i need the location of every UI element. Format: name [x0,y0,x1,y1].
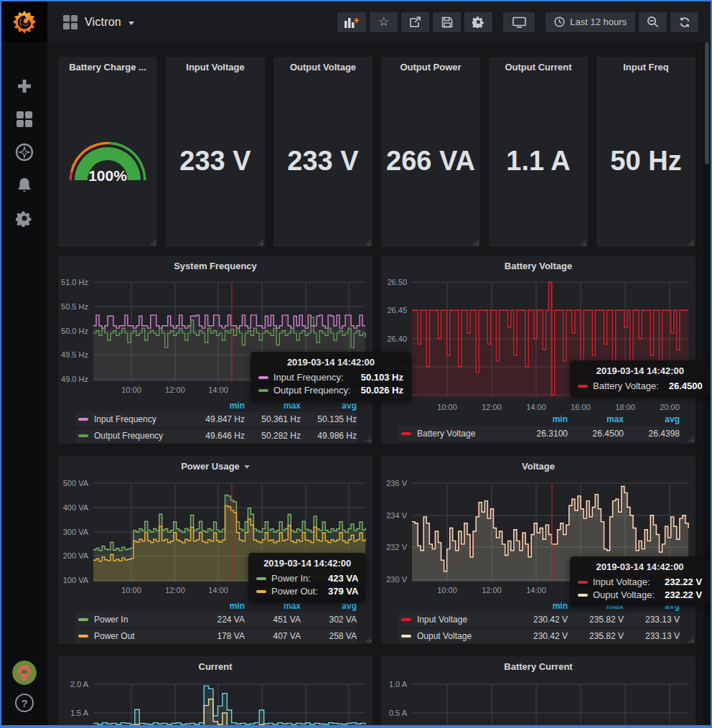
panel-title[interactable]: Output Current [489,62,588,73]
star-icon: ☆ [378,16,389,28]
avatar[interactable] [12,661,37,685]
legend-col-max[interactable]: max [245,401,301,411]
legend-value: 230.42 V [512,615,568,625]
panel-title[interactable]: Battery Voltage [381,261,695,271]
legend-row: Input Frequency49.847 Hz50.361 Hz50.135 … [75,412,357,426]
sidebar-item-configuration[interactable] [14,208,34,228]
panel-resize-handle[interactable] [581,240,586,246]
dashboard-picker[interactable]: Victron [63,15,134,29]
legend-col-max[interactable]: max [568,414,624,424]
series-color-dash [401,432,411,435]
panel-title[interactable]: Battery Charge ... [58,62,157,73]
panel-title[interactable]: Output Power [381,62,480,73]
series-color-dash [78,618,88,621]
bell-icon [16,177,33,194]
avatar-image [12,661,37,685]
legend-col-min[interactable]: min [189,401,245,411]
panel-title[interactable]: Input Freq [596,62,695,73]
add-panel-button[interactable] [337,11,367,33]
sidebar-item-dashboards[interactable] [14,109,34,129]
sidebar-item-explore[interactable] [14,142,34,162]
compass-icon [15,143,34,162]
settings-button[interactable] [464,11,493,33]
legend-col-min[interactable]: min [512,414,568,424]
legend-series-label[interactable]: Output Frequency [75,431,189,441]
svg-text:10:00: 10:00 [437,586,457,594]
legend-series-label[interactable]: Power Out [75,631,189,641]
legend-col-avg[interactable]: avg [301,401,357,411]
tooltip-series-value: 423 VA [318,573,358,584]
sidebar-item-create[interactable] [14,76,34,96]
sidebar-item-alerting[interactable] [14,175,34,195]
sidebar: ? [1,1,47,725]
panel-resize-handle[interactable] [258,240,263,246]
legend-series-label[interactable]: Power In [75,615,189,625]
star-button[interactable]: ☆ [369,11,398,33]
series-color-dash [78,434,88,437]
add-panel-icon [345,17,359,28]
legend-value: 26.3100 [512,429,568,439]
svg-text:16:00: 16:00 [571,403,591,411]
sidebar-bottom: ? [1,661,47,712]
svg-text:49.5 Hz: 49.5 Hz [61,350,88,359]
series-color-dash [258,376,268,379]
stat-value: 233 V [166,57,265,247]
grafana-logo[interactable] [1,1,47,42]
panel-title[interactable]: Voltage [381,461,695,472]
legend-value: 233.13 V [624,615,680,625]
save-icon [441,17,453,28]
zoom-out-button[interactable] [638,11,668,33]
tooltip-row: Power In:423 VA [256,573,358,584]
legend-col-min[interactable]: min [512,601,568,611]
save-button[interactable] [432,11,462,33]
legend-header: minmaxavg [398,414,680,425]
panel-title[interactable]: Battery Current [381,661,695,672]
refresh-button[interactable] [670,11,699,33]
legend-series-label[interactable]: Input Frequency [75,414,189,424]
panel-output-current: Output Current 1.1 A [488,56,589,248]
stat-value: 1.1 A [489,57,588,247]
svg-text:236 V: 236 V [386,479,407,487]
panel-current: Current 2.0 A1.5 A10:0012:0014:0016:0018… [57,655,373,725]
tooltip-timestamp: 2019-03-14 14:42:00 [578,365,703,376]
legend-col-avg[interactable]: avg [624,414,680,424]
legend-value: 230.42 V [512,631,568,641]
panel-resize-handle[interactable] [473,240,479,246]
panel-title[interactable]: System Frequency [58,261,373,271]
share-icon [409,17,421,28]
help-button[interactable]: ? [15,694,34,712]
legend-series-label[interactable]: Battery Voltage [398,429,512,439]
legend-value: 50.135 Hz [301,414,357,424]
panel-title[interactable]: Input Voltage [166,62,265,73]
svg-text:400 VA: 400 VA [63,503,89,512]
panel-title[interactable]: Current [58,661,373,672]
question-icon: ? [21,697,27,709]
zoom-out-icon [647,16,659,28]
legend-value: 235.82 V [568,631,624,641]
legend-col-max[interactable]: max [245,601,301,611]
svg-text:300 VA: 300 VA [63,528,89,536]
navbar: Victron ☆ [47,1,711,42]
svg-text:12:00: 12:00 [482,403,502,411]
stat-value: 266 VA [381,57,480,247]
refresh-icon [679,17,690,28]
tooltip-row: Ouput Voltage:232.22 V [578,589,702,600]
panel-input-voltage: Input Voltage 233 V [165,56,266,248]
share-button[interactable] [400,11,430,33]
chart-tooltip: 2019-03-14 14:42:00Input Frequency:50.10… [250,352,411,401]
panel-resize-handle[interactable] [688,240,694,246]
panel-system-frequency: System Frequency 51.0 Hz50.5 Hz50.0 Hz49… [57,255,373,444]
grafana-window: ? Victron ☆ [0,0,712,728]
legend-series-label[interactable]: Input Voltage [398,615,512,625]
legend-col-avg[interactable]: avg [301,601,357,611]
scrollbar-thumb[interactable] [705,42,709,164]
legend-col-min[interactable]: min [189,601,245,611]
panel-title[interactable]: Output Voltage [273,62,373,73]
time-range-picker[interactable]: Last 12 hours [545,11,636,33]
panel-battery-charge: Battery Charge ... 100% [57,56,158,248]
legend-series-label[interactable]: Ouput Voltage [398,631,512,641]
tv-mode-button[interactable] [502,11,535,33]
legend-value: 233.13 V [624,631,680,641]
panel-resize-handle[interactable] [365,240,371,246]
panel-title[interactable]: Power Usage [58,461,373,472]
